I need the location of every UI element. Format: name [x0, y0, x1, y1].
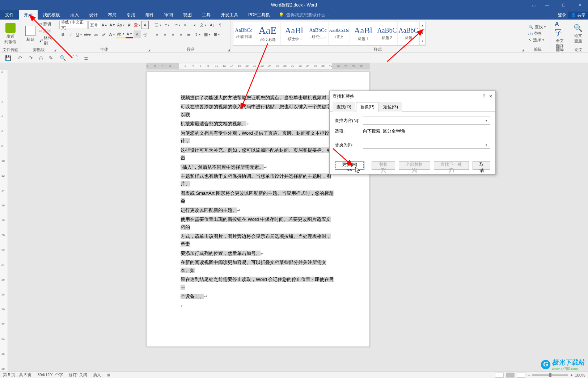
- clipboard-launcher-icon[interactable]: ◢: [54, 49, 56, 52]
- decrease-indent-button[interactable]: ⇤: [182, 21, 190, 29]
- replace-button[interactable]: ab替换: [527, 30, 547, 37]
- justify-button[interactable]: ≡: [177, 30, 185, 38]
- font-name-select[interactable]: 等线 (中文正文): [59, 21, 88, 29]
- italic-button[interactable]: I: [67, 30, 75, 38]
- zoom-out-button[interactable]: −: [528, 373, 530, 377]
- zoom-slider[interactable]: [532, 374, 568, 376]
- qat-icon-8[interactable]: ≣: [84, 55, 88, 61]
- dup-check-button[interactable]: 🔍 论文 查重: [571, 21, 585, 46]
- shrink-font-button[interactable]: A▼: [109, 21, 116, 29]
- status-extra-icon[interactable]: ⊞: [107, 373, 110, 377]
- tab-design[interactable]: 设计: [84, 10, 103, 20]
- vertical-ruler[interactable]: 22468101214161820222426283032343638: [0, 70, 8, 371]
- tab-review[interactable]: 审阅: [159, 10, 178, 20]
- status-words[interactable]: 394/1291 个字: [37, 372, 63, 378]
- change-case-button[interactable]: Aa: [117, 21, 125, 29]
- copy-button[interactable]: ⧉复制: [39, 28, 55, 34]
- replace-one-button[interactable]: 替换(R): [372, 161, 395, 170]
- tab-mailings[interactable]: 邮件: [140, 10, 159, 20]
- sort-button[interactable]: A↓: [208, 21, 216, 29]
- gallery-down-icon[interactable]: ▼: [420, 30, 425, 37]
- style-item[interactable]: AaBl↓硕士学...: [281, 22, 307, 45]
- translate-button[interactable]: ᴀ字 全文 翻译: [553, 21, 567, 46]
- style-item[interactable]: AaBl标题 1: [350, 22, 376, 45]
- bold-button[interactable]: B: [59, 30, 67, 38]
- save-icon[interactable]: 💾: [5, 55, 11, 61]
- style-item[interactable]: AaBbC标题: [398, 22, 419, 45]
- align-right-button[interactable]: ≡: [169, 30, 177, 38]
- distributed-button[interactable]: ☰: [185, 30, 193, 38]
- login-link[interactable]: 登录: [558, 12, 566, 18]
- style-item[interactable]: AaBbCcDd↓正文: [329, 22, 350, 45]
- text-effects-button[interactable]: A: [108, 30, 115, 38]
- font-size-select[interactable]: 五号: [88, 21, 100, 29]
- tab-insert[interactable]: 插入: [65, 10, 84, 20]
- find-next-button[interactable]: 查找下一处(F): [434, 161, 469, 170]
- style-item[interactable]: AaBbC标题 2: [377, 22, 398, 45]
- undo-icon[interactable]: ↶: [18, 55, 22, 61]
- tab-references[interactable]: 引用: [122, 10, 140, 20]
- cut-button[interactable]: ✂剪切: [39, 21, 55, 27]
- close-icon[interactable]: ✕: [572, 0, 588, 10]
- horizontal-ruler[interactable]: 8642246810121416182022242628303234363840…: [9, 63, 588, 70]
- view-web-button[interactable]: [517, 373, 525, 378]
- zoom-value[interactable]: 100%: [575, 373, 585, 377]
- dialog-close-icon[interactable]: ✕: [489, 94, 492, 99]
- enclose-char-button[interactable]: ㊥: [141, 30, 149, 38]
- superscript-button[interactable]: x²: [100, 30, 107, 38]
- styles-launcher-icon[interactable]: ◢: [522, 49, 524, 52]
- clear-format-button[interactable]: A̷: [126, 21, 133, 29]
- increase-indent-button[interactable]: ⇥: [190, 21, 198, 29]
- style-item[interactable]: AaBbCc↓封面日期: [233, 22, 254, 45]
- qat-icon-4[interactable]: ⎙: [39, 55, 42, 61]
- subscript-button[interactable]: x₂: [92, 30, 100, 38]
- show-marks-button[interactable]: ¶: [217, 21, 224, 29]
- borders-button[interactable]: ⊞: [212, 30, 221, 38]
- paste-button[interactable]: 粘贴: [23, 21, 38, 46]
- multilevel-button[interactable]: ⫶≡: [172, 21, 181, 29]
- replace-all-button[interactable]: 全部替换(A): [399, 161, 430, 170]
- status-insert[interactable]: 插入: [93, 372, 101, 378]
- dialog-tab-replace[interactable]: 替换(P): [356, 102, 378, 112]
- tell-me-search[interactable]: 💡 告诉我您想要做什么...: [279, 10, 329, 20]
- qat-icon-6[interactable]: 🔍: [60, 55, 66, 61]
- select-button[interactable]: ↖选择▾: [527, 37, 547, 43]
- align-left-button[interactable]: ≡: [153, 30, 161, 38]
- tab-pdf[interactable]: PDF工具集: [243, 10, 275, 20]
- tab-file[interactable]: 文件: [0, 10, 19, 20]
- tab-tools[interactable]: 工具: [197, 10, 216, 20]
- font-launcher-icon[interactable]: ◢: [148, 49, 150, 52]
- share-button[interactable]: 👤 共享: [568, 12, 588, 18]
- maximize-icon[interactable]: ☐: [555, 0, 572, 10]
- status-track[interactable]: 修订: 关闭: [69, 372, 87, 378]
- tab-layout[interactable]: 布局: [103, 10, 122, 20]
- qat-icon-5[interactable]: ✎: [49, 55, 53, 61]
- char-border-button[interactable]: A: [141, 21, 149, 29]
- grow-font-button[interactable]: A▲: [101, 21, 108, 29]
- zoom-in-button[interactable]: +: [570, 373, 572, 377]
- styles-gallery[interactable]: AaBbCc↓封面日期AaE↓论文标题AaBl↓硕士学...AaBbCc↓研究生…: [233, 22, 426, 46]
- phonetic-guide-button[interactable]: 愛: [134, 21, 141, 29]
- strike-button[interactable]: abc: [83, 30, 92, 38]
- char-shading-button[interactable]: A: [134, 30, 141, 38]
- help-icon[interactable]: ?: [483, 94, 485, 99]
- qat-icon-7[interactable]: ⛶: [72, 55, 77, 61]
- status-page[interactable]: 第 5 页，共 5 页: [3, 372, 31, 378]
- line-spacing-button[interactable]: ⇕: [193, 30, 202, 38]
- numbering-button[interactable]: ≡: [163, 21, 171, 29]
- underline-button[interactable]: U: [75, 30, 83, 38]
- font-color-button[interactable]: A: [126, 30, 133, 38]
- style-item[interactable]: AaE↓论文标题: [255, 22, 281, 45]
- dialog-tab-find[interactable]: 查找(D): [333, 102, 355, 112]
- bullets-button[interactable]: ☰: [153, 21, 162, 29]
- collapse-ribbon-icon[interactable]: ⌃: [584, 18, 587, 22]
- style-item[interactable]: AaBbCc↓研究生...: [308, 22, 329, 45]
- redo-icon[interactable]: ↷: [29, 55, 33, 61]
- find-input[interactable]: [363, 117, 490, 125]
- find-button[interactable]: 🔍查找▾: [527, 24, 547, 30]
- highlight-button[interactable]: ab: [116, 30, 125, 38]
- align-center-button[interactable]: ≡: [161, 30, 169, 38]
- tab-developer[interactable]: 开发工具: [216, 10, 243, 20]
- minimize-icon[interactable]: —: [539, 0, 555, 10]
- text-direction-button[interactable]: 文: [198, 21, 208, 29]
